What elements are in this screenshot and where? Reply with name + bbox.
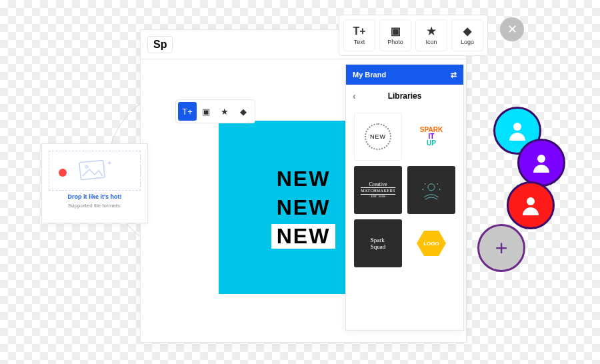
lib-spark-it-up[interactable]: SPARK IT UP xyxy=(407,113,455,161)
tool-label: Logo xyxy=(461,39,474,45)
svg-point-2 xyxy=(437,183,438,185)
svg-point-10 xyxy=(527,197,535,205)
add-collaborator-button[interactable]: + xyxy=(477,224,525,272)
hex-logo-icon: LOGO xyxy=(417,231,446,256)
panel-section-title: Libraries xyxy=(388,91,422,101)
svg-point-3 xyxy=(423,189,424,190)
libraries-grid: NEW SPARK IT UP Creative MATCHMAKERS · E… xyxy=(346,107,463,273)
icon-tool[interactable]: ★ Icon xyxy=(415,19,447,51)
lib-label: Spark Squad xyxy=(371,237,386,250)
hands-stars-icon xyxy=(417,176,445,204)
text-tool[interactable]: T+ Text xyxy=(343,19,375,51)
svg-text:✦: ✦ xyxy=(107,159,112,167)
lib-spark-squad[interactable]: Spark Squad xyxy=(354,219,402,267)
svg-point-1 xyxy=(425,183,426,185)
panel-header[interactable]: My Brand ⇄ xyxy=(346,65,463,85)
drop-card[interactable]: ✦ Drop it like it's hot! Supported file … xyxy=(41,143,148,223)
close-icon: ✕ xyxy=(507,22,517,37)
tool-label: Text xyxy=(354,39,365,45)
svg-point-0 xyxy=(428,184,435,191)
back-button[interactable]: ‹ xyxy=(353,91,356,101)
photo-tool[interactable]: ▣ Photo xyxy=(379,19,411,51)
svg-point-9 xyxy=(537,155,545,163)
star-icon: ★ xyxy=(427,26,436,37)
app-logo: Sp xyxy=(147,36,173,53)
person-icon xyxy=(519,193,543,217)
mini-text[interactable]: T+ xyxy=(178,102,197,121)
lib-logo-hex[interactable]: LOGO xyxy=(407,219,455,267)
new-badge-icon: NEW xyxy=(365,123,391,150)
tool-label: Icon xyxy=(425,39,437,45)
mini-shape[interactable]: ◆ xyxy=(234,102,253,121)
panel-section-header: ‹ Libraries xyxy=(346,85,463,107)
lib-new[interactable]: NEW xyxy=(354,113,402,161)
person-icon xyxy=(505,119,529,143)
avatar-2[interactable] xyxy=(517,139,565,187)
drop-title: Drop it like it's hot! xyxy=(67,193,121,200)
alert-dot-icon xyxy=(59,169,67,177)
mini-image[interactable]: ▣ xyxy=(197,102,215,121)
avatar-3[interactable] xyxy=(507,181,555,229)
mini-star[interactable]: ★ xyxy=(215,102,234,121)
lib-label: Creative MATCHMAKERS · EST. 2018 · xyxy=(361,182,395,199)
insert-toolbar: T+ Text ▣ Photo ★ Icon ◆ Logo xyxy=(339,15,488,56)
picture-placeholder-icon: ✦ xyxy=(75,157,115,184)
svg-point-8 xyxy=(513,123,521,131)
tool-label: Photo xyxy=(387,39,403,45)
swap-icon[interactable]: ⇄ xyxy=(451,71,457,79)
libraries-panel: My Brand ⇄ ‹ Libraries NEW SPARK IT UP C… xyxy=(345,64,464,331)
lib-label: SPARK IT UP xyxy=(420,127,443,147)
text-icon: T+ xyxy=(353,26,365,37)
mini-toolbar: T+ ▣ ★ ◆ xyxy=(175,99,255,123)
panel-header-title: My Brand xyxy=(353,71,386,79)
drop-preview: ✦ xyxy=(49,151,141,191)
photo-icon: ▣ xyxy=(391,26,401,37)
artwork-line-1[interactable]: NEW xyxy=(277,167,331,191)
plus-icon: + xyxy=(495,236,508,261)
svg-point-6 xyxy=(85,165,89,169)
lib-matchmakers[interactable]: Creative MATCHMAKERS · EST. 2018 · xyxy=(354,166,402,214)
logo-icon: ◆ xyxy=(463,26,471,37)
logo-tool[interactable]: ◆ Logo xyxy=(451,19,483,51)
drop-subtitle: Supported file formats: xyxy=(68,203,121,209)
lib-hands[interactable] xyxy=(407,166,455,214)
svg-point-4 xyxy=(439,189,441,190)
svg-rect-5 xyxy=(79,160,105,180)
close-button[interactable]: ✕ xyxy=(500,17,524,41)
artwork-line-3[interactable]: NEW xyxy=(271,224,336,249)
artwork-line-2[interactable]: NEW xyxy=(277,195,331,220)
person-icon xyxy=(529,151,553,175)
